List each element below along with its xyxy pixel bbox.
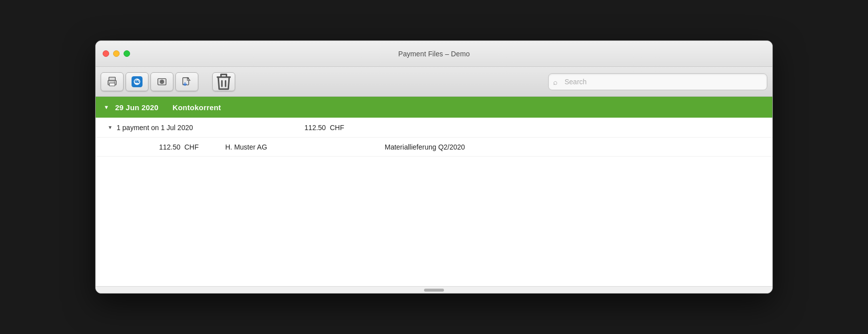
main-window: Payment Files – Demo (95, 40, 773, 294)
scrollbar-thumb[interactable] (424, 289, 444, 292)
finder-button[interactable] (126, 72, 148, 91)
group-header-row[interactable]: ▼ 29 Jun 2020 Kontokorrent (96, 97, 772, 118)
payment-group-amount: 112.50 (276, 124, 326, 132)
payment-group-label: 1 payment on 1 Jul 2020 (117, 124, 276, 132)
svg-rect-2 (110, 83, 115, 86)
finder-icon (132, 76, 143, 87)
svg-point-8 (137, 80, 140, 83)
toolbar: ⌕ (96, 67, 772, 97)
download-icon (181, 76, 192, 87)
group-chevron-icon: ▼ (104, 105, 109, 110)
payment-group-row[interactable]: ▼ 1 payment on 1 Jul 2020 112.50 CHF (96, 118, 772, 138)
group-name: Kontokorrent (172, 103, 221, 112)
print-icon (107, 76, 118, 87)
payment-group-currency: CHF (330, 124, 355, 132)
trash-icon (213, 71, 235, 93)
window-title: Payment Files – Demo (398, 50, 470, 58)
scrollbar-area (96, 286, 772, 293)
svg-point-3 (114, 81, 115, 82)
search-input[interactable] (548, 73, 767, 90)
svg-point-12 (161, 81, 163, 83)
payment-chevron-icon: ▼ (108, 125, 113, 130)
detail-amount: 112.50 (136, 143, 180, 151)
minimize-button[interactable] (113, 50, 120, 57)
titlebar: Payment Files – Demo (96, 41, 772, 67)
delete-button[interactable] (212, 72, 235, 91)
svg-point-9 (138, 81, 139, 82)
traffic-lights (103, 50, 130, 57)
record-button[interactable] (150, 72, 173, 91)
detail-description: Materiallieferung Q2/2020 (385, 143, 465, 151)
search-wrapper: ⌕ (548, 73, 767, 90)
group-date: 29 Jun 2020 (115, 103, 158, 112)
payment-detail-row: 112.50 CHF H. Muster AG Materiallieferun… (96, 138, 772, 157)
print-button[interactable] (101, 72, 124, 91)
record-icon (156, 76, 167, 87)
maximize-button[interactable] (124, 50, 130, 57)
detail-recipient: H. Muster AG (225, 143, 325, 151)
download-button[interactable] (175, 72, 198, 91)
content-area: ▼ 29 Jun 2020 Kontokorrent ▼ 1 payment o… (96, 97, 772, 286)
detail-currency: CHF (184, 143, 209, 151)
close-button[interactable] (103, 50, 109, 57)
svg-point-7 (136, 80, 137, 81)
